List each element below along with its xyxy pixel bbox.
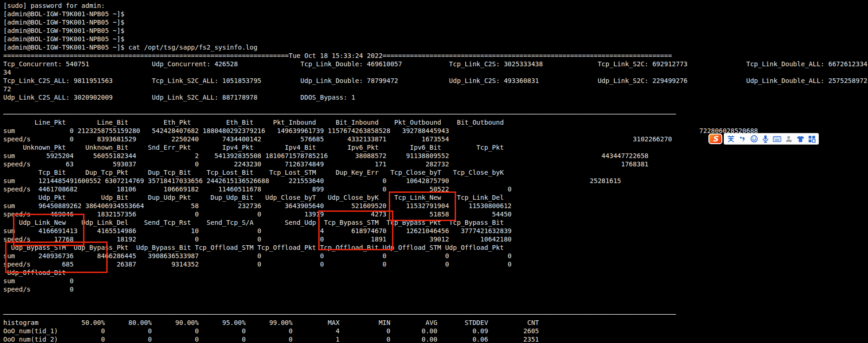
terminal-line: [admin@BOL-IGW-T9K001-NPB05 ~]$	[3, 26, 868, 35]
terminal-line	[3, 293, 868, 302]
terminal-line: Udp_Offload_Bit	[3, 268, 868, 277]
terminal-line: speed/s 4461708682 18106 106669182 11460…	[3, 185, 868, 193]
terminal-line: [admin@BOL-IGW-T9K001-NPB05 ~]$	[3, 18, 868, 26]
terminal-line: OoO_num(tid_1) 0 0 0 0 0 4 0 0.00 0.09 2…	[3, 327, 868, 335]
skin-person-icon[interactable]: 7	[784, 135, 793, 143]
svg-text:7: 7	[790, 139, 792, 143]
terminal-line: [admin@BOL-IGW-T9K001-NPB05 ~]$	[3, 35, 868, 43]
toolbox-grid-icon[interactable]	[808, 135, 816, 143]
terminal-line: sum 5925204 56055182344 2 541392835508 1…	[3, 152, 868, 160]
terminal-line	[3, 302, 868, 310]
language-mode-icon[interactable]	[727, 135, 735, 143]
terminal-line: Line_Pkt Line_Bit Eth_Pkt Eth_Bit Pkt_In…	[3, 118, 868, 127]
terminal-line: sum 96450889262 386406934553664 58 23273…	[3, 202, 868, 210]
keyboard-icon[interactable]	[773, 135, 781, 143]
terminal-line: speed/s 469046 1832157356 0 0 13919 4273…	[3, 210, 868, 218]
terminal-output: [sudo] password for admin:[admin@BOL-IGW…	[0, 0, 868, 343]
terminal-line: ────────────────────────────────────────…	[3, 310, 868, 318]
terminal-line: Tcp_Bit Dup_Tcp_Pkt Dup_Tcp_Bit Tcp_Lost…	[3, 168, 868, 177]
terminal-line: Udp_Pkt Udp_Bit Dup_Udp_Pkt Dup_Udp_Bit …	[3, 193, 868, 202]
terminal-line: [sudo] password for admin:	[3, 1, 868, 10]
smiley-icon[interactable]	[750, 135, 758, 143]
terminal-screen: [sudo] password for admin:[admin@BOL-IGW…	[0, 0, 868, 343]
terminal-line: Tcp_Concurrent: 540751 Udp_Concurrent: 4…	[3, 60, 868, 68]
shirt-skin-icon[interactable]	[796, 135, 804, 143]
terminal-line: sum 1214485491600552 6307214769 35718417…	[3, 177, 868, 185]
terminal-line	[3, 102, 868, 110]
terminal-line: [admin@BOL-IGW-T9K001-NPB05 ~]$ cat /opt…	[3, 43, 868, 51]
terminal-line: ────────────────────────────────────────…	[3, 110, 868, 118]
sogou-logo-icon[interactable]: S	[708, 133, 722, 144]
punctuation-icon[interactable]	[738, 135, 746, 143]
ime-toolbar[interactable]: S	[708, 133, 819, 145]
terminal-line: 34	[3, 68, 868, 76]
terminal-line: Udp_Link_C2S_ALL: 3020902009 Udp_Link_S2…	[3, 93, 868, 102]
terminal-line: sum 4166691413 4165514986 10 0 4 6189746…	[3, 227, 868, 235]
terminal-line: 72	[3, 85, 868, 93]
terminal-line: speed/s 0	[3, 285, 868, 293]
terminal-line: Tcp_Link_C2S_ALL: 9811951563 Tcp_Link_S2…	[3, 76, 868, 85]
terminal-line: sum 240936736 8466286445 3908636533987 0…	[3, 252, 868, 260]
terminal-line: speed/s 17768 18192 0 0 0 1891 39012 106…	[3, 235, 868, 243]
terminal-line: Udp_Link_New Udp_Link_Del Send_Tcp_Rst S…	[3, 218, 868, 227]
terminal-line: OoO_num(tid_2) 0 0 0 0 0 1 0 0.00 0.06 2…	[3, 335, 868, 343]
terminal-line: speed/s 685 26387 9314352 0 0 0 0 0	[3, 260, 868, 268]
terminal-line: [admin@BOL-IGW-T9K001-NPB05 ~]$	[3, 10, 868, 18]
terminal-line: Udp_Bypass_STM Udp_Bypass_Pkt Udp_Bypass…	[3, 243, 868, 252]
terminal-line: speed/s 63 593037 0 2243230 7126374849 1…	[3, 160, 868, 168]
microphone-icon[interactable]	[761, 135, 770, 143]
terminal-line: histogram 50.00% 80.00% 90.00% 95.00% 99…	[3, 318, 868, 327]
terminal-line: sum 0	[3, 277, 868, 285]
terminal-line: ========================================…	[3, 51, 868, 60]
ime-button-bar: 7	[724, 133, 819, 145]
